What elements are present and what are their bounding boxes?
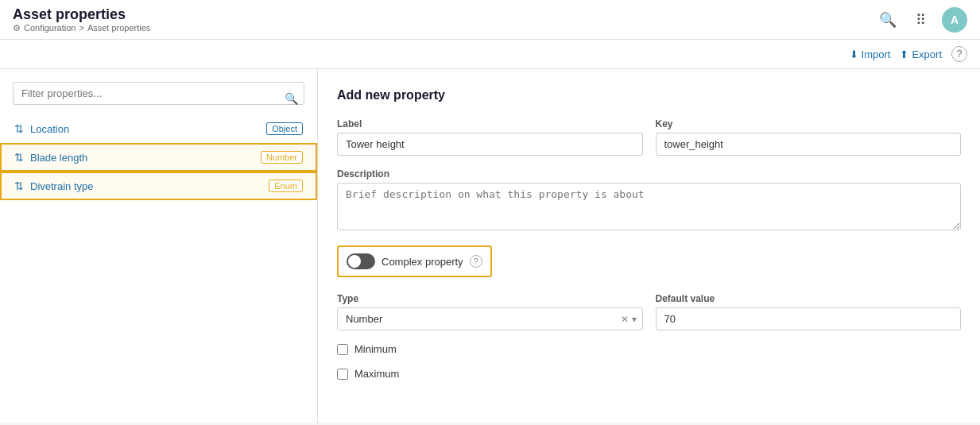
textarea-wrapper <box>337 183 961 233</box>
sidebar-item-location[interactable]: ⇅ Location Object <box>0 114 317 143</box>
breadcrumb-section: Configuration <box>24 23 76 33</box>
type-group: Type Number Text Enum Object ✕ ▾ <box>337 293 643 330</box>
breadcrumb-separator: > <box>79 23 83 33</box>
search-wrapper: 🔍 <box>0 82 317 114</box>
blade-length-item-icon: ⇅ <box>14 151 24 164</box>
export-label: Export <box>912 48 942 60</box>
maximum-checkbox[interactable] <box>337 369 348 380</box>
search-input[interactable] <box>13 82 304 105</box>
import-button[interactable]: ⬇ Import <box>850 48 891 60</box>
description-textarea[interactable] <box>337 183 961 230</box>
sidebar-item-blade-length[interactable]: ⇅ Blade length Number <box>0 143 317 172</box>
complex-property-info-icon[interactable]: ? <box>470 255 482 268</box>
import-icon: ⬇ <box>850 48 858 60</box>
sidebar-item-divetrain-type[interactable]: ⇅ Divetrain type Enum <box>0 172 317 200</box>
type-default-row: Type Number Text Enum Object ✕ ▾ Default… <box>337 293 961 330</box>
blade-length-item-label: Blade length <box>30 152 87 164</box>
type-select-wrapper: Number Text Enum Object ✕ ▾ <box>337 307 643 330</box>
minimum-checkbox[interactable] <box>337 344 348 355</box>
key-input[interactable] <box>656 133 962 156</box>
export-button[interactable]: ⬆ Export <box>900 48 942 60</box>
key-group: Key <box>656 118 962 156</box>
content-panel: Add new property Label Key Description <box>318 69 980 423</box>
complex-property-label: Complex property <box>382 256 463 268</box>
divetrain-item-icon: ⇅ <box>14 180 24 192</box>
maximum-row: Maximum <box>337 368 961 380</box>
label-input[interactable] <box>337 133 643 156</box>
default-value-group: Default value <box>656 293 962 330</box>
complex-property-toggle[interactable] <box>347 253 375 269</box>
help-button[interactable]: ? <box>951 46 967 62</box>
action-bar: ⬇ Import ⬆ Export ? <box>0 40 980 69</box>
app-title: Asset properties <box>13 6 150 23</box>
location-item-label: Location <box>30 123 69 135</box>
maximum-label: Maximum <box>354 368 399 380</box>
gear-icon: ⚙ <box>13 23 21 33</box>
main-layout: 🔍 ⇅ Location Object ⇅ Blade length Numbe… <box>0 69 980 423</box>
default-value-label: Default value <box>656 293 962 304</box>
label-key-row: Label Key <box>337 118 961 156</box>
label-group: Label <box>337 118 643 156</box>
description-group: Description <box>337 168 961 233</box>
header-left: Asset properties ⚙ Configuration > Asset… <box>13 6 150 33</box>
type-select[interactable]: Number Text Enum Object <box>337 307 643 330</box>
breadcrumb: ⚙ Configuration > Asset properties <box>13 23 150 33</box>
sidebar: 🔍 ⇅ Location Object ⇅ Blade length Numbe… <box>0 69 318 423</box>
search-button[interactable]: 🔍 <box>876 8 900 32</box>
minimum-row: Minimum <box>337 343 961 355</box>
divetrain-item-label: Divetrain type <box>30 180 93 192</box>
search-icon: 🔍 <box>285 92 298 105</box>
grid-button[interactable]: ⠿ <box>912 8 929 32</box>
minimum-label: Minimum <box>354 343 397 355</box>
avatar: A <box>942 7 967 33</box>
toggle-knob <box>348 255 361 268</box>
panel-title: Add new property <box>337 88 961 102</box>
clear-type-icon[interactable]: ✕ <box>621 314 629 325</box>
header-right: 🔍 ⠿ A <box>876 7 967 33</box>
import-label: Import <box>862 48 891 60</box>
location-item-icon: ⇅ <box>14 122 24 135</box>
divetrain-badge: Enum <box>269 180 303 192</box>
location-badge: Object <box>266 122 303 135</box>
blade-length-badge: Number <box>261 151 303 164</box>
default-value-input[interactable] <box>656 307 962 330</box>
type-label: Type <box>337 293 643 304</box>
top-header: Asset properties ⚙ Configuration > Asset… <box>0 0 980 40</box>
label-field-label: Label <box>337 118 643 129</box>
key-field-label: Key <box>656 118 962 129</box>
complex-property-row: Complex property ? <box>337 245 492 277</box>
description-label: Description <box>337 168 961 180</box>
export-icon: ⬆ <box>900 48 908 60</box>
breadcrumb-page: Asset properties <box>87 23 150 33</box>
